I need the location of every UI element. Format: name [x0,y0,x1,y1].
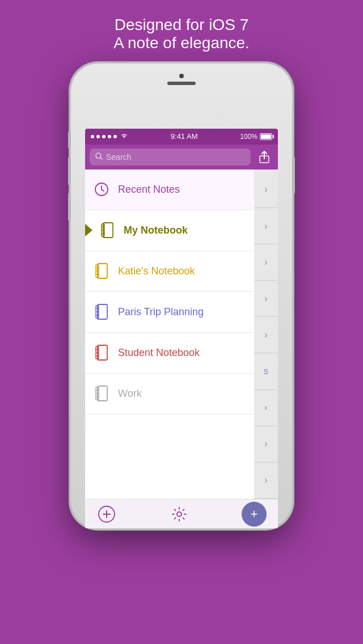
work-label: Work [118,388,246,400]
content-area: Recent Notes My Notebook [85,170,278,499]
sidebar-chevron-5[interactable]: › [254,317,278,353]
share-button[interactable] [255,148,273,166]
svg-line-5 [102,189,104,191]
signal-dot-4 [108,135,111,138]
clock-icon [93,181,110,198]
my-notebook-label: My Notebook [124,224,246,236]
battery-fill [261,134,271,139]
paris-label: Paris Trip Planning [118,306,246,318]
signal-dot-5 [113,135,117,138]
phone-screen: 9:41 AM 100% Search [85,129,278,528]
tagline-line2: A note of elegance. [113,34,250,52]
signal-dots [91,135,117,138]
search-box[interactable]: Search [90,149,251,166]
notebook-icon [93,303,110,320]
recent-notes-label: Recent Notes [118,184,246,196]
battery-icon [260,133,272,140]
list-item[interactable]: Recent Notes [85,170,254,210]
settings-button[interactable] [169,504,189,524]
signal-dot-1 [91,135,94,138]
battery-percent: 100% [240,133,258,141]
camera [179,74,184,78]
status-right: 100% [240,133,272,141]
katies-notebook-label: Katie's Notebook [118,265,246,277]
status-left [91,133,128,141]
phone-top [71,63,292,96]
svg-point-34 [177,512,182,516]
notebook-icon [93,262,110,279]
power-button [292,157,295,194]
fab-add-button[interactable]: + [242,502,267,527]
list-item[interactable]: Paris Trip Planning [85,292,254,333]
bottom-bar: + [85,499,278,528]
toolbar: Search [85,145,278,170]
list-item[interactable]: Katie's Notebook [85,251,254,292]
sidebar-chevron-6[interactable]: › [254,390,278,426]
notebooks-panel: Recent Notes My Notebook [85,170,254,499]
active-indicator [85,224,92,236]
signal-dot-3 [102,135,105,138]
notebook-icon [93,385,110,402]
right-sidebar: › › › › › s › › › [254,170,278,499]
status-bar: 9:41 AM 100% [85,129,278,145]
list-item[interactable]: My Notebook [85,210,254,251]
signal-dot-2 [96,135,100,138]
sidebar-label-s[interactable]: s [254,353,278,389]
list-item[interactable]: Work [85,374,254,414]
search-icon [95,152,103,162]
sidebar-chevron-4[interactable]: › [254,281,278,317]
notebook-icon [93,344,110,361]
volume-up-button [68,157,71,185]
status-time: 9:41 AM [171,132,198,141]
sidebar-chevron-8[interactable]: › [254,463,278,499]
speaker [167,82,196,85]
sidebar-chevron-7[interactable]: › [254,426,278,463]
search-placeholder: Search [106,152,131,162]
tagline-line1: Designed for iOS 7 [113,16,250,34]
sidebar-chevron-2[interactable]: › [254,208,278,244]
sidebar-chevron-1[interactable]: › [254,172,278,208]
sidebar-chevron-3[interactable]: › [254,244,278,281]
notebook-icon [99,222,116,239]
list-item[interactable]: Student Notebook [85,333,254,374]
wifi-icon [120,133,128,141]
phone-shell: 9:41 AM 100% Search [71,63,292,528]
add-note-button[interactable] [96,504,117,524]
student-notebook-label: Student Notebook [118,347,246,359]
svg-line-1 [100,158,102,159]
volume-down-button [68,193,71,221]
tagline-section: Designed for iOS 7 A note of elegance. [113,0,250,63]
